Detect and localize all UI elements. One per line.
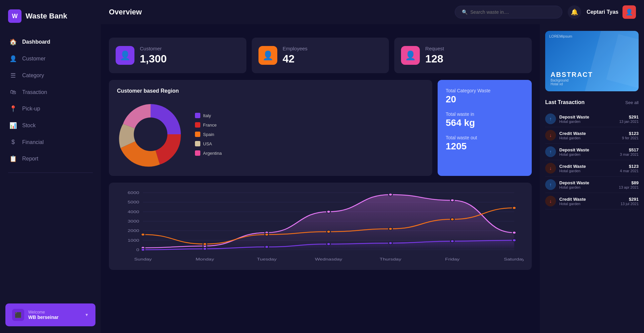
txn-amount: $291 13 jan 2021 bbox=[619, 114, 639, 124]
txn-date: 4 mar 2021 bbox=[620, 169, 639, 173]
nav-icon: ☰ bbox=[9, 72, 17, 79]
txn-value: $291 bbox=[620, 197, 639, 202]
txn-value: $123 bbox=[620, 164, 639, 169]
search-input[interactable] bbox=[470, 9, 555, 15]
donut-title: Customer based Region bbox=[117, 88, 424, 94]
nav-label: Stock bbox=[22, 123, 36, 129]
txn-name: Deposit Waste bbox=[559, 114, 616, 120]
txn-sub: Hotal garden bbox=[559, 152, 616, 156]
chart-svg: 0100020003000400050006000SundayMondayTue… bbox=[117, 189, 524, 263]
legend-label: USA bbox=[203, 141, 212, 146]
sidebar-item-stock[interactable]: 📊Stock bbox=[0, 117, 101, 134]
stat-label: Employees bbox=[283, 46, 308, 51]
svg-point-27 bbox=[450, 199, 454, 202]
txn-date: 9 fer 2021 bbox=[622, 136, 639, 140]
nav-label: Dashboard bbox=[22, 39, 50, 45]
footer-name: WB berseinar bbox=[28, 315, 81, 320]
donut-card: Customer based Region bbox=[109, 80, 432, 176]
svg-text:Tuesday: Tuesday bbox=[257, 257, 277, 261]
legend-label: Spain bbox=[203, 132, 214, 137]
stat-icon: 👤 bbox=[401, 46, 420, 65]
nav-icon: 📋 bbox=[9, 155, 17, 162]
sidebar-item-report[interactable]: 📋Report bbox=[0, 150, 101, 167]
search-icon: 🔍 bbox=[462, 9, 468, 15]
txn-icon-down: ↓ bbox=[545, 196, 556, 206]
txn-icon-up: ↑ bbox=[545, 179, 556, 190]
txn-sub: Hotal garden bbox=[559, 202, 617, 206]
svg-text:5000: 5000 bbox=[128, 200, 139, 204]
nav-icon: $ bbox=[9, 139, 17, 146]
search-bar[interactable]: 🔍 bbox=[455, 6, 562, 18]
legend-item-france: France bbox=[195, 122, 222, 128]
svg-point-41 bbox=[450, 240, 454, 243]
total-out-label: Total waste out bbox=[446, 135, 524, 140]
stat-label: Request bbox=[425, 46, 444, 51]
stat-value: 42 bbox=[283, 53, 308, 65]
main-content: 👤 Customer 1,300 👤 Employees 42 👤 Reques… bbox=[101, 0, 540, 333]
sidebar-item-customer[interactable]: 👤Customer bbox=[0, 50, 101, 67]
footer-welcome: Welcome bbox=[28, 310, 81, 315]
stat-card-customer: 👤 Customer 1,300 bbox=[109, 38, 246, 73]
see-all-link[interactable]: See all bbox=[625, 100, 639, 105]
total-out-section: Total waste out 1205 bbox=[446, 135, 524, 152]
txn-amount: $291 13 jul 2021 bbox=[620, 197, 639, 206]
txn-name: Deposit Waste bbox=[559, 180, 615, 185]
svg-text:Sunday: Sunday bbox=[134, 257, 152, 261]
txn-icon-up: ↑ bbox=[545, 146, 556, 157]
nav-icon: 📊 bbox=[9, 122, 17, 129]
chevron-down-icon: ▼ bbox=[85, 313, 89, 317]
content-area: 👤 Customer 1,300 👤 Employees 42 👤 Reques… bbox=[109, 8, 532, 270]
stat-icon: 👤 bbox=[258, 46, 277, 65]
sidebar-footer[interactable]: ⬛ Welcome WB berseinar ▼ bbox=[5, 303, 95, 326]
sidebar-item-pick-up[interactable]: 📍Pick-up bbox=[0, 100, 101, 117]
footer-icon: ⬛ bbox=[12, 309, 24, 321]
txn-date: 3 mar 2021 bbox=[620, 152, 639, 156]
stat-info: Customer 1,300 bbox=[140, 46, 167, 65]
nav-label: Customer bbox=[22, 56, 45, 62]
svg-point-28 bbox=[512, 231, 516, 234]
txn-amount: $123 9 fer 2021 bbox=[622, 131, 639, 140]
svg-text:4000: 4000 bbox=[128, 210, 139, 214]
svg-text:0: 0 bbox=[136, 248, 139, 252]
footer-text: Welcome WB berseinar bbox=[28, 310, 81, 320]
txn-value: $89 bbox=[619, 180, 639, 185]
nav-icon: 🏠 bbox=[9, 38, 17, 46]
sidebar-item-trasaction[interactable]: 🛍Trasaction bbox=[0, 84, 101, 100]
transaction-item: ↓ Credit Waste Hotal garden $123 4 mar 2… bbox=[545, 160, 639, 177]
sidebar-item-category[interactable]: ☰Category bbox=[0, 67, 101, 84]
svg-text:Saturday: Saturday bbox=[504, 257, 524, 261]
nav-icon: 🛍 bbox=[9, 89, 17, 96]
sidebar: W Waste Bank 🏠Dashboard👤Customer☰Categor… bbox=[0, 0, 101, 333]
stat-card-employees: 👤 Employees 42 bbox=[252, 38, 389, 73]
total-out-value: 1205 bbox=[446, 141, 524, 152]
svg-text:1000: 1000 bbox=[128, 238, 139, 242]
txn-amount: $123 4 mar 2021 bbox=[620, 164, 639, 173]
stat-value: 1,300 bbox=[140, 53, 167, 65]
donut-content: ItalyFranceSpainUSAArgentina bbox=[117, 101, 424, 168]
svg-point-32 bbox=[327, 230, 330, 233]
txn-info: Credit Waste Hotal garden bbox=[559, 164, 616, 173]
total-in-section: Total waste in 564 kg bbox=[446, 111, 524, 128]
notification-bell[interactable]: 🔔 bbox=[568, 5, 581, 19]
sidebar-item-dashboard[interactable]: 🏠Dashboard bbox=[0, 34, 101, 50]
txn-name: Credit Waste bbox=[559, 131, 618, 136]
logo: W Waste Bank bbox=[0, 0, 101, 34]
user-info: Ceptari Tyas 👤 bbox=[587, 5, 636, 19]
transactions-list: ↑ Deposit Waste Hotal garden $291 13 jan… bbox=[545, 111, 639, 209]
txn-name: Credit Waste bbox=[559, 164, 616, 169]
sidebar-item-financial[interactable]: $Financial bbox=[0, 134, 101, 150]
last-transaction-title: Last Trasaction bbox=[545, 99, 585, 105]
svg-point-36 bbox=[141, 248, 145, 251]
txn-value: $291 bbox=[619, 114, 639, 120]
total-category-label: Total Category Waste bbox=[446, 88, 524, 93]
header: Overview 🔍 🔔 Ceptari Tyas 👤 bbox=[101, 0, 644, 24]
nav-menu: 🏠Dashboard👤Customer☰Category🛍Trasaction📍… bbox=[0, 34, 101, 167]
txn-icon-down: ↓ bbox=[545, 163, 556, 174]
svg-point-38 bbox=[265, 246, 269, 248]
app-name: Waste Bank bbox=[26, 12, 67, 20]
txn-sub: Hotal garden bbox=[559, 120, 616, 124]
svg-point-40 bbox=[389, 242, 392, 244]
nav-label: Report bbox=[22, 156, 38, 162]
total-category-section: Total Category Waste 20 bbox=[446, 88, 524, 105]
svg-point-34 bbox=[450, 218, 454, 221]
